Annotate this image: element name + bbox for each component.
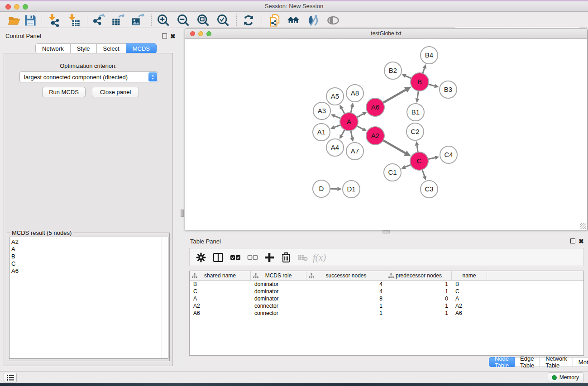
float-panel-icon[interactable] bbox=[162, 33, 167, 38]
resize-grip-icon[interactable] bbox=[580, 223, 586, 229]
graph-node-A5[interactable]: A5 bbox=[326, 88, 344, 105]
open-icon[interactable] bbox=[7, 14, 21, 27]
import-network-icon[interactable] bbox=[47, 14, 61, 27]
save-icon[interactable] bbox=[24, 14, 37, 27]
graph-node-C2[interactable]: C2 bbox=[406, 123, 424, 140]
minimize-window-icon[interactable] bbox=[14, 4, 19, 10]
tab-network[interactable]: Network bbox=[35, 43, 71, 53]
tab-motifs[interactable]: Motifs bbox=[573, 357, 588, 367]
mcds-result-item[interactable]: B bbox=[11, 253, 168, 260]
destroy-table-icon[interactable] bbox=[297, 252, 309, 263]
graph-node-A1[interactable]: A1 bbox=[313, 124, 330, 141]
horizontal-splitter-grip[interactable] bbox=[382, 230, 390, 234]
graph-edge-A-A1[interactable] bbox=[335, 125, 341, 127]
graph-node-B4[interactable]: B4 bbox=[421, 47, 438, 64]
delete-column-icon[interactable] bbox=[280, 252, 292, 263]
add-column-icon[interactable] bbox=[263, 252, 275, 263]
float-table-panel-icon[interactable] bbox=[570, 238, 575, 243]
new-network-from-selection-icon[interactable] bbox=[268, 14, 282, 27]
graph-edge-A-A6[interactable] bbox=[357, 114, 363, 118]
mcds-result-item[interactable]: A2 bbox=[11, 238, 168, 246]
deselect-all-icon[interactable] bbox=[247, 252, 258, 263]
node-table[interactable]: shared name MCDS role successor nodes pr… bbox=[189, 271, 584, 356]
graph-node-A3[interactable]: A3 bbox=[313, 102, 330, 119]
export-image-icon[interactable] bbox=[131, 14, 144, 27]
memory-button[interactable]: Memory bbox=[548, 372, 584, 382]
optimization-criterion-select[interactable]: largest connected component (directed) ▲… bbox=[19, 71, 158, 82]
column-header-mcds-role[interactable]: MCDS role bbox=[251, 271, 306, 280]
settings-gear-icon[interactable] bbox=[195, 252, 207, 263]
graph-edge-A-A3[interactable] bbox=[335, 116, 340, 118]
tab-style[interactable]: Style bbox=[71, 43, 97, 53]
column-header-successor-nodes[interactable]: successor nodes bbox=[306, 271, 386, 280]
network-graph-canvas[interactable]: B4B2BB3A5A8A6A3B1AA1C2A2A4A7C4CC1C3DD1 bbox=[185, 39, 587, 230]
close-panel-icon[interactable]: ✖ bbox=[170, 33, 176, 40]
graph-node-C[interactable]: C bbox=[410, 152, 428, 170]
zoom-network-icon[interactable] bbox=[206, 31, 211, 36]
graph-node-A8[interactable]: A8 bbox=[346, 85, 363, 102]
graph-node-B3[interactable]: B3 bbox=[440, 81, 457, 98]
column-header-shared-name[interactable]: shared name bbox=[190, 271, 251, 280]
first-neighbors-icon[interactable] bbox=[306, 14, 320, 27]
graph-node-B1[interactable]: B1 bbox=[407, 104, 424, 121]
columns-icon[interactable] bbox=[212, 252, 224, 263]
graph-edge-B-B4[interactable] bbox=[423, 68, 425, 73]
graph-edge-A-A2[interactable] bbox=[357, 126, 363, 129]
export-network-icon[interactable] bbox=[92, 14, 105, 27]
zoom-out-icon[interactable] bbox=[177, 14, 190, 27]
graph-node-A4[interactable]: A4 bbox=[326, 139, 344, 156]
minimize-network-icon[interactable] bbox=[198, 31, 203, 36]
zoom-selected-icon[interactable] bbox=[216, 14, 230, 27]
graph-node-C1[interactable]: C1 bbox=[384, 164, 401, 181]
graph-node-C4[interactable]: C4 bbox=[440, 146, 457, 163]
vertical-splitter-grip[interactable] bbox=[181, 210, 184, 217]
network-window-titlebar[interactable]: testGlobe.txt bbox=[185, 29, 587, 39]
tab-network-table[interactable]: Network Table bbox=[540, 357, 573, 367]
close-network-icon[interactable] bbox=[190, 31, 195, 36]
network-overview-icon[interactable] bbox=[287, 14, 300, 27]
graph-node-D[interactable]: D bbox=[313, 180, 330, 197]
graph-edge-A6-B[interactable] bbox=[383, 90, 406, 103]
zoom-window-icon[interactable] bbox=[23, 4, 28, 10]
graph-node-B[interactable]: B bbox=[411, 73, 429, 91]
graph-node-C3[interactable]: C3 bbox=[421, 181, 438, 198]
tab-edge-table[interactable]: Edge Table bbox=[515, 357, 540, 367]
run-mcds-button[interactable]: Run MCDS bbox=[42, 87, 86, 97]
table-row[interactable]: Cdominator41C bbox=[190, 288, 583, 295]
graph-edge-C-C4[interactable] bbox=[428, 157, 435, 159]
table-row[interactable]: A6connector11A6 bbox=[190, 310, 583, 317]
graph-edge-B-B3[interactable] bbox=[428, 84, 435, 86]
graph-node-A2[interactable]: A2 bbox=[366, 127, 384, 145]
graph-edge-C-C1[interactable] bbox=[405, 165, 411, 167]
close-window-icon[interactable] bbox=[5, 4, 11, 10]
tab-node-table[interactable]: Node Table bbox=[489, 357, 515, 367]
graph-edge-C-C3[interactable] bbox=[422, 170, 425, 176]
mcds-result-item[interactable]: A6 bbox=[11, 267, 168, 275]
graph-node-A7[interactable]: A7 bbox=[346, 143, 363, 160]
graph-edge-B-B2[interactable] bbox=[406, 76, 411, 78]
graph-edge-A-A4[interactable] bbox=[342, 130, 345, 136]
graph-edge-C-C2[interactable] bbox=[417, 145, 418, 152]
tab-select[interactable]: Select bbox=[97, 43, 126, 53]
zoom-in-icon[interactable] bbox=[157, 14, 170, 27]
graph-edge-A2-C[interactable] bbox=[383, 140, 405, 153]
graph-node-A[interactable]: A bbox=[340, 113, 358, 131]
graph-node-B2[interactable]: B2 bbox=[384, 62, 402, 79]
close-table-panel-icon[interactable]: ✖ bbox=[578, 238, 584, 245]
table-row[interactable]: Adominator80A bbox=[190, 295, 583, 302]
close-panel-button[interactable]: Close panel bbox=[92, 87, 139, 97]
mcds-result-item[interactable]: A bbox=[11, 246, 168, 253]
refresh-icon[interactable] bbox=[242, 14, 255, 27]
table-row[interactable]: Bdominator41B bbox=[190, 281, 583, 288]
column-header-predecessor-nodes[interactable]: predecessor nodes bbox=[386, 271, 452, 280]
mcds-result-list[interactable]: A2ABCA6 bbox=[9, 237, 168, 359]
show-task-history-button[interactable] bbox=[4, 373, 17, 382]
graph-edge-A-A5[interactable] bbox=[342, 109, 344, 114]
graph-edge-A-A7[interactable] bbox=[351, 131, 352, 138]
column-header-name[interactable]: name bbox=[452, 271, 487, 280]
mcds-result-item[interactable]: C bbox=[11, 260, 168, 267]
graph-node-A6[interactable]: A6 bbox=[366, 98, 384, 116]
tab-mcds[interactable]: MCDS bbox=[126, 43, 157, 53]
apply-function-icon[interactable]: f(x) bbox=[313, 252, 333, 264]
select-all-icon[interactable] bbox=[229, 252, 241, 263]
